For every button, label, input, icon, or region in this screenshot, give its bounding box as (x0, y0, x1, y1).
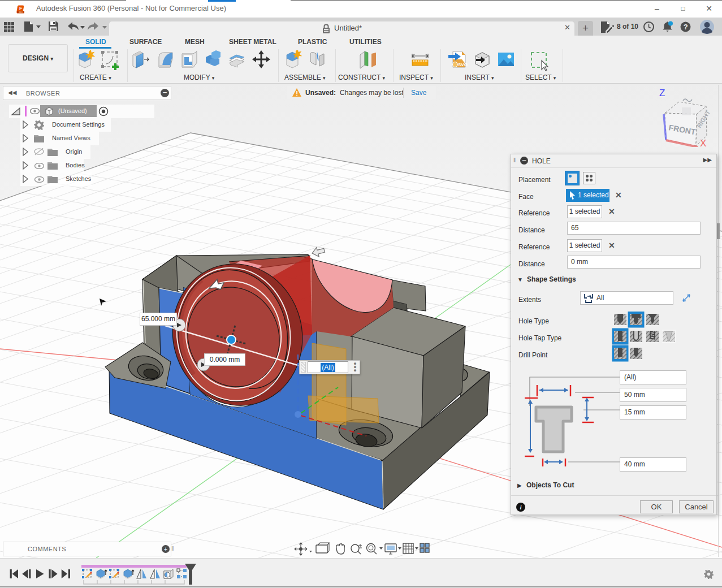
svg-text:Z: Z (659, 88, 665, 98)
svg-text:SVG: SVG (458, 62, 468, 67)
svg-text:360: 360 (19, 11, 23, 14)
svg-text:?: ? (684, 23, 688, 31)
svg-text:X: X (700, 138, 706, 147)
svg-text:F: F (19, 6, 23, 11)
